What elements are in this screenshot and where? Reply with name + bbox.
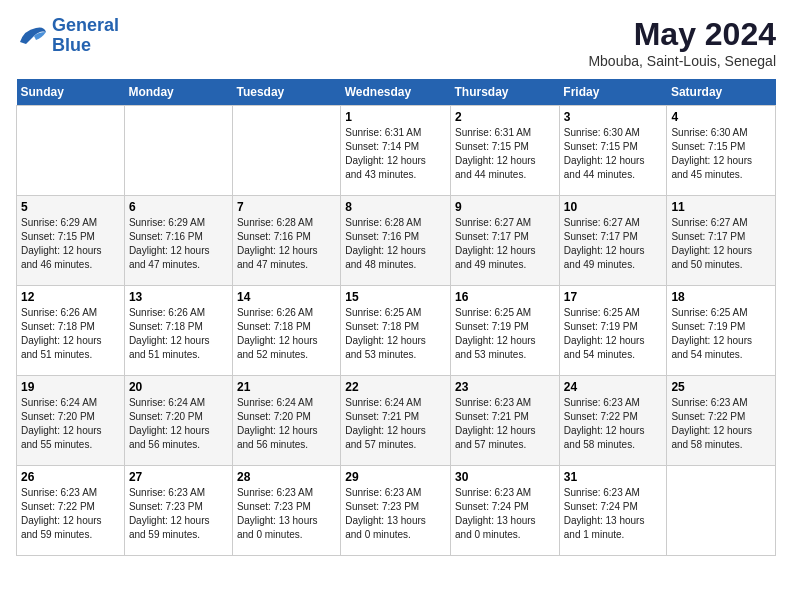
day-number: 29 <box>345 470 446 484</box>
day-info: Sunrise: 6:23 AM Sunset: 7:23 PM Dayligh… <box>345 486 446 542</box>
location: Mbouba, Saint-Louis, Senegal <box>588 53 776 69</box>
calendar-cell: 12Sunrise: 6:26 AM Sunset: 7:18 PM Dayli… <box>17 286 125 376</box>
day-number: 15 <box>345 290 446 304</box>
week-row-1: 1Sunrise: 6:31 AM Sunset: 7:14 PM Daylig… <box>17 106 776 196</box>
day-number: 2 <box>455 110 555 124</box>
day-info: Sunrise: 6:30 AM Sunset: 7:15 PM Dayligh… <box>671 126 771 182</box>
day-number: 7 <box>237 200 336 214</box>
title-block: May 2024 Mbouba, Saint-Louis, Senegal <box>588 16 776 69</box>
day-info: Sunrise: 6:24 AM Sunset: 7:21 PM Dayligh… <box>345 396 446 452</box>
header-wednesday: Wednesday <box>341 79 451 106</box>
day-number: 13 <box>129 290 228 304</box>
calendar-cell: 15Sunrise: 6:25 AM Sunset: 7:18 PM Dayli… <box>341 286 451 376</box>
calendar-cell <box>232 106 340 196</box>
month-title: May 2024 <box>588 16 776 53</box>
calendar-cell: 1Sunrise: 6:31 AM Sunset: 7:14 PM Daylig… <box>341 106 451 196</box>
day-number: 26 <box>21 470 120 484</box>
day-number: 10 <box>564 200 663 214</box>
day-number: 14 <box>237 290 336 304</box>
day-info: Sunrise: 6:29 AM Sunset: 7:15 PM Dayligh… <box>21 216 120 272</box>
calendar-cell: 17Sunrise: 6:25 AM Sunset: 7:19 PM Dayli… <box>559 286 667 376</box>
day-number: 3 <box>564 110 663 124</box>
calendar-cell: 20Sunrise: 6:24 AM Sunset: 7:20 PM Dayli… <box>124 376 232 466</box>
calendar-cell: 3Sunrise: 6:30 AM Sunset: 7:15 PM Daylig… <box>559 106 667 196</box>
day-number: 4 <box>671 110 771 124</box>
day-number: 12 <box>21 290 120 304</box>
calendar-cell: 16Sunrise: 6:25 AM Sunset: 7:19 PM Dayli… <box>451 286 560 376</box>
day-number: 9 <box>455 200 555 214</box>
day-info: Sunrise: 6:31 AM Sunset: 7:14 PM Dayligh… <box>345 126 446 182</box>
calendar-cell: 23Sunrise: 6:23 AM Sunset: 7:21 PM Dayli… <box>451 376 560 466</box>
day-info: Sunrise: 6:23 AM Sunset: 7:23 PM Dayligh… <box>237 486 336 542</box>
day-number: 22 <box>345 380 446 394</box>
calendar-cell: 21Sunrise: 6:24 AM Sunset: 7:20 PM Dayli… <box>232 376 340 466</box>
day-info: Sunrise: 6:23 AM Sunset: 7:24 PM Dayligh… <box>455 486 555 542</box>
page-header: General Blue May 2024 Mbouba, Saint-Loui… <box>16 16 776 69</box>
day-info: Sunrise: 6:25 AM Sunset: 7:19 PM Dayligh… <box>455 306 555 362</box>
day-info: Sunrise: 6:24 AM Sunset: 7:20 PM Dayligh… <box>129 396 228 452</box>
calendar-cell: 7Sunrise: 6:28 AM Sunset: 7:16 PM Daylig… <box>232 196 340 286</box>
day-number: 20 <box>129 380 228 394</box>
day-info: Sunrise: 6:27 AM Sunset: 7:17 PM Dayligh… <box>455 216 555 272</box>
day-number: 6 <box>129 200 228 214</box>
day-info: Sunrise: 6:23 AM Sunset: 7:22 PM Dayligh… <box>564 396 663 452</box>
day-number: 28 <box>237 470 336 484</box>
calendar-cell: 26Sunrise: 6:23 AM Sunset: 7:22 PM Dayli… <box>17 466 125 556</box>
calendar-cell: 5Sunrise: 6:29 AM Sunset: 7:15 PM Daylig… <box>17 196 125 286</box>
calendar-cell: 25Sunrise: 6:23 AM Sunset: 7:22 PM Dayli… <box>667 376 776 466</box>
day-number: 1 <box>345 110 446 124</box>
logo: General Blue <box>16 16 119 56</box>
calendar-cell: 4Sunrise: 6:30 AM Sunset: 7:15 PM Daylig… <box>667 106 776 196</box>
calendar-cell: 2Sunrise: 6:31 AM Sunset: 7:15 PM Daylig… <box>451 106 560 196</box>
header-saturday: Saturday <box>667 79 776 106</box>
header-tuesday: Tuesday <box>232 79 340 106</box>
calendar-table: Sunday Monday Tuesday Wednesday Thursday… <box>16 79 776 556</box>
calendar-cell: 8Sunrise: 6:28 AM Sunset: 7:16 PM Daylig… <box>341 196 451 286</box>
calendar-cell: 11Sunrise: 6:27 AM Sunset: 7:17 PM Dayli… <box>667 196 776 286</box>
logo-icon <box>16 22 48 50</box>
day-info: Sunrise: 6:25 AM Sunset: 7:19 PM Dayligh… <box>564 306 663 362</box>
day-info: Sunrise: 6:26 AM Sunset: 7:18 PM Dayligh… <box>129 306 228 362</box>
day-info: Sunrise: 6:26 AM Sunset: 7:18 PM Dayligh… <box>237 306 336 362</box>
calendar-cell: 19Sunrise: 6:24 AM Sunset: 7:20 PM Dayli… <box>17 376 125 466</box>
calendar-cell: 29Sunrise: 6:23 AM Sunset: 7:23 PM Dayli… <box>341 466 451 556</box>
header-thursday: Thursday <box>451 79 560 106</box>
calendar-cell: 22Sunrise: 6:24 AM Sunset: 7:21 PM Dayli… <box>341 376 451 466</box>
day-info: Sunrise: 6:23 AM Sunset: 7:23 PM Dayligh… <box>129 486 228 542</box>
day-number: 8 <box>345 200 446 214</box>
day-info: Sunrise: 6:23 AM Sunset: 7:22 PM Dayligh… <box>21 486 120 542</box>
day-number: 27 <box>129 470 228 484</box>
day-info: Sunrise: 6:27 AM Sunset: 7:17 PM Dayligh… <box>564 216 663 272</box>
calendar-cell: 28Sunrise: 6:23 AM Sunset: 7:23 PM Dayli… <box>232 466 340 556</box>
calendar-cell <box>124 106 232 196</box>
day-number: 25 <box>671 380 771 394</box>
calendar-cell: 24Sunrise: 6:23 AM Sunset: 7:22 PM Dayli… <box>559 376 667 466</box>
day-info: Sunrise: 6:28 AM Sunset: 7:16 PM Dayligh… <box>345 216 446 272</box>
day-info: Sunrise: 6:23 AM Sunset: 7:22 PM Dayligh… <box>671 396 771 452</box>
header-friday: Friday <box>559 79 667 106</box>
day-number: 23 <box>455 380 555 394</box>
day-number: 30 <box>455 470 555 484</box>
day-info: Sunrise: 6:30 AM Sunset: 7:15 PM Dayligh… <box>564 126 663 182</box>
day-number: 5 <box>21 200 120 214</box>
logo-text: General Blue <box>52 16 119 56</box>
day-number: 11 <box>671 200 771 214</box>
header-sunday: Sunday <box>17 79 125 106</box>
day-info: Sunrise: 6:27 AM Sunset: 7:17 PM Dayligh… <box>671 216 771 272</box>
week-row-4: 19Sunrise: 6:24 AM Sunset: 7:20 PM Dayli… <box>17 376 776 466</box>
day-number: 21 <box>237 380 336 394</box>
calendar-cell: 18Sunrise: 6:25 AM Sunset: 7:19 PM Dayli… <box>667 286 776 376</box>
day-info: Sunrise: 6:31 AM Sunset: 7:15 PM Dayligh… <box>455 126 555 182</box>
day-info: Sunrise: 6:29 AM Sunset: 7:16 PM Dayligh… <box>129 216 228 272</box>
day-info: Sunrise: 6:23 AM Sunset: 7:21 PM Dayligh… <box>455 396 555 452</box>
week-row-2: 5Sunrise: 6:29 AM Sunset: 7:15 PM Daylig… <box>17 196 776 286</box>
calendar-cell: 13Sunrise: 6:26 AM Sunset: 7:18 PM Dayli… <box>124 286 232 376</box>
calendar-cell: 30Sunrise: 6:23 AM Sunset: 7:24 PM Dayli… <box>451 466 560 556</box>
calendar-cell <box>667 466 776 556</box>
calendar-cell <box>17 106 125 196</box>
day-info: Sunrise: 6:28 AM Sunset: 7:16 PM Dayligh… <box>237 216 336 272</box>
day-info: Sunrise: 6:25 AM Sunset: 7:19 PM Dayligh… <box>671 306 771 362</box>
calendar-cell: 10Sunrise: 6:27 AM Sunset: 7:17 PM Dayli… <box>559 196 667 286</box>
day-info: Sunrise: 6:25 AM Sunset: 7:18 PM Dayligh… <box>345 306 446 362</box>
calendar-cell: 31Sunrise: 6:23 AM Sunset: 7:24 PM Dayli… <box>559 466 667 556</box>
